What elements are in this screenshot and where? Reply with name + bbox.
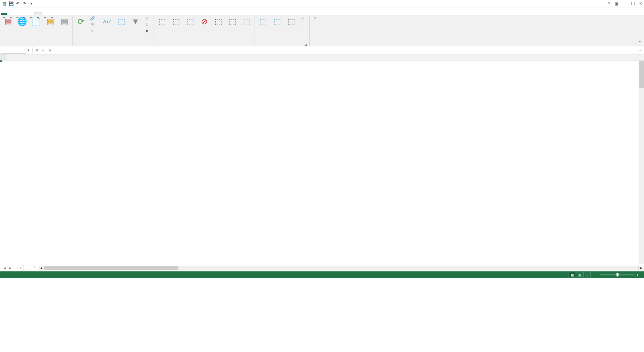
cancel-formula-icon: ✕ [34,48,40,53]
page-layout-view-button[interactable]: ▤ [576,272,583,277]
save-icon[interactable]: 💾 [8,1,14,7]
selection-box [0,60,1,62]
name-box[interactable] [1,47,26,54]
existing-connections-button[interactable]: ▤ [58,15,71,28]
page-break-view-button[interactable]: ⊞ [583,272,591,277]
show-detail-button: + [299,15,308,21]
name-box-dropdown-icon[interactable]: ▾ [26,48,31,52]
qat-customize-icon[interactable]: ▾ [28,1,34,7]
formula-bar: ▾ ✕ ✓ fx ⌄ [0,46,644,54]
ribbon: ▤ 🌐 📄 ▤ ▤ ⟳ 🔗 ☰ ✎ A↓Z ⬚ ▼ ✕ ↻ ▼ [0,15,644,46]
zoom-in-button[interactable]: + [637,273,639,277]
solver-button[interactable]: ? [311,15,320,21]
tab-file[interactable] [1,13,7,15]
fx-icon[interactable]: fx [47,48,54,52]
select-all-corner[interactable] [0,54,6,60]
hide-detail-button: − [299,22,308,28]
undo-icon[interactable]: ↶ [15,1,21,7]
subtotal-button[interactable]: ⬚ [284,15,298,28]
dialog-launcher-icon[interactable]: ◢ [305,43,308,46]
tab-page-layout[interactable] [21,13,28,15]
sheet-tab-bar: ◄ ► + ⋮ ◄ ► [0,264,644,271]
maximize-icon[interactable]: ☐ [631,1,635,6]
filter-button[interactable]: ▼ [129,15,142,28]
expand-formula-icon[interactable]: ⌄ [636,48,643,52]
tab-review[interactable] [42,13,48,15]
column-headers [0,54,644,60]
tab-view[interactable] [48,13,55,15]
group-sort-filter: A↓Z ⬚ ▼ ✕ ↻ ▼ [99,15,154,46]
group-button[interactable]: ⬚ [256,15,270,28]
zoom-out-button[interactable]: − [595,273,597,277]
group-external-data: ▤ 🌐 📄 ▤ ▤ [0,15,73,46]
sheet-nav-prev-icon[interactable]: ◄ [3,266,6,270]
properties-button: ☰ [88,22,98,28]
refresh-all-button[interactable]: ⟳ [74,15,88,28]
text-to-columns-button[interactable]: ⬚ [155,15,169,28]
group-connections: ⟳ 🔗 ☰ ✎ [73,15,99,46]
sheet-nav-next-icon[interactable]: ► [8,266,12,270]
tab-insert[interactable] [14,13,21,15]
redo-icon[interactable]: ↷ [21,1,28,7]
tab-home[interactable] [7,13,14,15]
ribbon-options-icon[interactable]: ▣ [614,1,619,6]
excel-icon: ▦ [1,1,7,7]
sort-button[interactable]: ⬚ [115,15,128,28]
flash-fill-button[interactable]: ⬚ [169,15,183,28]
add-sheet-button[interactable]: + [17,265,24,271]
clear-filter-button: ✕ [143,15,152,21]
group-data-tools: ⬚ ⬚ ⬚ ⊘ ⬚ ⬚ ⬚ [154,15,255,46]
titlebar: ▦ 💾 ↶ ↷ ▾ ? ▣ — ☐ ✕ [0,0,644,7]
reapply-button: ↻ [143,22,152,28]
ribbon-tabs [0,7,644,15]
advanced-filter-button[interactable]: ▼ [143,28,152,34]
hscroll-right-icon[interactable]: ► [639,266,644,270]
help-icon[interactable]: ? [608,1,610,6]
relationships-button[interactable]: ⬚ [240,15,253,28]
connections-button[interactable]: 🔗 [88,15,98,21]
tab-data[interactable] [34,12,42,15]
data-validation-button[interactable]: ⊘ [198,15,211,28]
close-icon[interactable]: ✕ [639,1,643,6]
formula-input[interactable] [54,47,636,54]
window-controls: ? ▣ — ☐ ✕ [608,1,643,6]
spreadsheet-grid[interactable] [0,54,644,264]
tab-formulas[interactable] [28,13,34,15]
group-outline: ⬚ ⬚ ⬚ + − ◢ [255,15,310,46]
edit-links-button: ✎ [88,28,98,34]
minimize-icon[interactable]: — [623,1,627,6]
accept-formula-icon: ✓ [40,48,47,53]
consolidate-button[interactable]: ⬚ [212,15,225,28]
remove-duplicates-button[interactable]: ⬚ [183,15,197,28]
vertical-scrollbar[interactable] [639,60,644,264]
zoom-slider[interactable] [600,274,634,275]
what-if-button[interactable]: ⬚ [226,15,239,28]
hscroll-left-icon[interactable]: ◄ [39,266,44,270]
status-bar: ▦ ▤ ⊞ − + [0,271,644,278]
normal-view-button[interactable]: ▦ [569,272,576,277]
group-analysis: ? [310,15,322,46]
quick-access-toolbar: ▦ 💾 ↶ ↷ ▾ [1,1,34,7]
sort-az-button[interactable]: A↓Z [101,15,114,28]
horizontal-scrollbar[interactable] [44,266,639,270]
ungroup-button[interactable]: ⬚ [270,15,284,28]
collapse-ribbon-icon[interactable]: ⌃ [636,39,644,46]
